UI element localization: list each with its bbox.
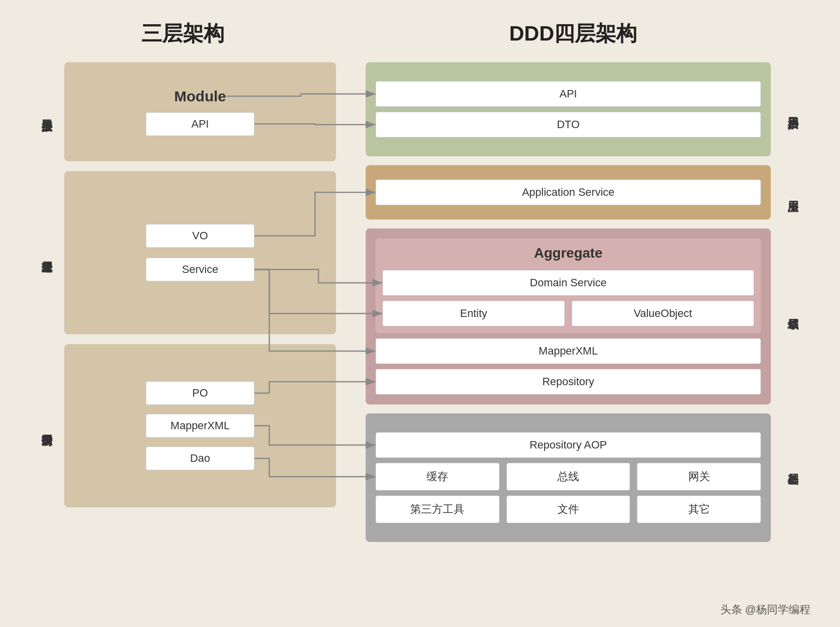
entity-row: Entity ValueObject xyxy=(382,301,754,326)
layer-labels: 业务接口层 业务逻辑层 数据访问层 xyxy=(30,62,64,542)
dto-box: DTO xyxy=(376,112,761,137)
ddd-layer-application: Application Service xyxy=(366,165,771,220)
valueobject-box: ValueObject xyxy=(572,301,754,326)
label-user-interface: 用户接口层 xyxy=(776,62,810,156)
title-right: DDD四层架构 xyxy=(336,20,810,47)
entity-box: Entity xyxy=(382,301,565,326)
layer-box-3: PO MapperXML Dao xyxy=(64,344,336,507)
main-content: 业务接口层 业务逻辑层 数据访问层 Module API VO Service xyxy=(30,62,810,542)
ddd-layer-infrastructure: Repository AOP 缓存 总线 网关 第三方工具 文件 其它 xyxy=(366,413,771,542)
layer-box-2: VO Service xyxy=(64,171,336,334)
domain-service-box: Domain Service xyxy=(382,270,754,296)
repository-box: Repository xyxy=(376,369,761,395)
right-labels: 用户接口层 应用层 领域层 基础层 xyxy=(771,62,810,542)
file-box: 文件 xyxy=(506,495,630,523)
gateway-box: 网关 xyxy=(637,463,761,491)
application-service-box: Application Service xyxy=(376,179,761,205)
label-biz-interface: 业务接口层 xyxy=(30,62,64,161)
bus-box: 总线 xyxy=(506,463,630,491)
api-box-right: API xyxy=(376,81,761,107)
aggregate-title: Aggregate xyxy=(382,245,754,261)
thirdparty-box: 第三方工具 xyxy=(376,495,500,523)
titles-row: 三层架构 DDD四层架构 xyxy=(30,20,810,47)
title-left: 三层架构 xyxy=(30,20,336,47)
module-title: Module xyxy=(174,88,226,105)
other-box: 其它 xyxy=(637,495,761,523)
layers-boxes: Module API VO Service PO MapperXML Dao xyxy=(64,62,336,542)
infra-row-1: 缓存 总线 网关 xyxy=(376,463,761,491)
repository-aop-box: Repository AOP xyxy=(376,432,761,458)
service-box: Service xyxy=(146,258,254,281)
mapperxml-box-left: MapperXML xyxy=(146,414,254,438)
mapperxml-box-right: MapperXML xyxy=(376,338,761,364)
dao-box: Dao xyxy=(146,447,254,470)
layer-box-1: Module API xyxy=(64,62,336,161)
aggregate-inner: Aggregate Domain Service Entity ValueObj… xyxy=(376,238,761,333)
page-container: 三层架构 DDD四层架构 业务接口层 业务逻辑层 数据访问层 Module AP… xyxy=(0,0,840,627)
label-domain: 领域层 xyxy=(776,228,810,392)
ddd-layer-user-interface: API DTO xyxy=(366,62,771,156)
left-side: 业务接口层 业务逻辑层 数据访问层 Module API VO Service xyxy=(30,62,336,542)
cache-box: 缓存 xyxy=(376,463,500,491)
infra-row-2: 第三方工具 文件 其它 xyxy=(376,495,761,523)
ddd-layers: API DTO Application Service Aggregate Do… xyxy=(366,62,771,542)
label-data-access: 数据访问层 xyxy=(30,344,64,507)
vo-box: VO xyxy=(146,224,254,248)
label-infrastructure: 基础层 xyxy=(776,401,810,529)
footer: 头条 @杨同学编程 xyxy=(720,602,810,617)
label-application: 应用层 xyxy=(776,165,810,220)
label-biz-logic: 业务逻辑层 xyxy=(30,171,64,334)
api-box-left: API xyxy=(146,112,254,136)
po-box: PO xyxy=(146,381,254,405)
right-side: API DTO Application Service Aggregate Do… xyxy=(336,62,810,542)
ddd-layer-domain: Aggregate Domain Service Entity ValueObj… xyxy=(366,228,771,404)
